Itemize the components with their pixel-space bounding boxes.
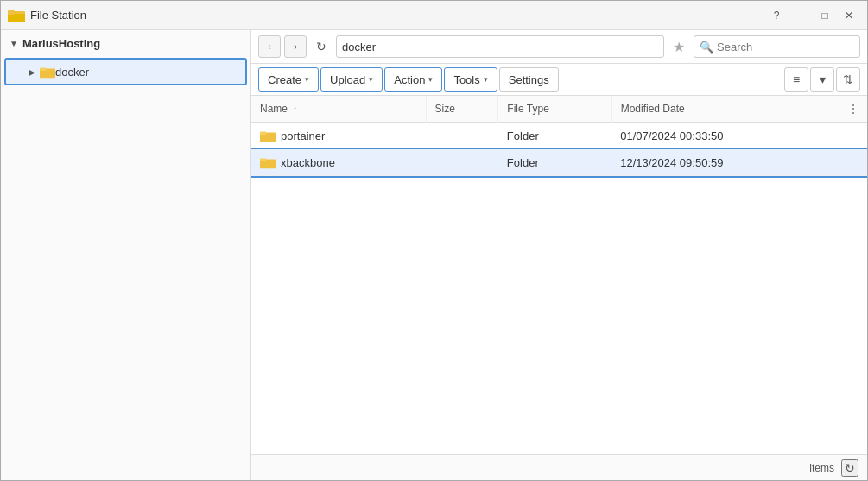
window-title: File Station	[30, 9, 765, 22]
upload-button[interactable]: Upload ▾	[320, 67, 383, 92]
titlebar: File Station ? — □ ✕	[1, 1, 867, 30]
back-icon: ‹	[268, 41, 271, 53]
docker-arrow: ▶	[29, 67, 35, 77]
create-button[interactable]: Create ▾	[258, 67, 319, 92]
svg-rect-6	[260, 132, 266, 136]
file-type: Folder	[498, 149, 611, 176]
table-row[interactable]: portainer Folder01/07/2024 00:33:50	[251, 123, 867, 149]
file-name-cell: xbackbone	[251, 149, 426, 176]
sidebar: ▼ MariusHosting ▶ docker	[1, 30, 251, 480]
file-type: Folder	[498, 123, 611, 149]
action-button[interactable]: Action ▾	[384, 67, 442, 92]
col-name[interactable]: Name ↑	[251, 96, 426, 123]
create-arrow: ▾	[305, 75, 309, 84]
action-toolbar: Create ▾ Upload ▾ Action ▾ Tools ▾ Setti…	[251, 64, 867, 96]
help-button[interactable]: ?	[765, 6, 788, 25]
file-name: portainer	[281, 130, 325, 142]
file-name: xbackbone	[281, 156, 335, 169]
file-name-cell: portainer	[251, 123, 426, 149]
svg-rect-8	[260, 159, 266, 162]
settings-button[interactable]: Settings	[499, 67, 559, 92]
file-row-more	[839, 149, 868, 176]
refresh-button[interactable]: ↻	[310, 35, 333, 58]
minimize-button[interactable]: —	[789, 6, 812, 25]
refresh-icon: ↻	[316, 40, 326, 54]
file-modified-date: 12/13/2024 09:50:59	[611, 149, 839, 176]
col-size[interactable]: Size	[426, 96, 498, 123]
root-arrow: ▼	[10, 39, 18, 48]
sidebar-item-docker[interactable]: ▶ docker	[4, 58, 247, 85]
col-modified-date[interactable]: Modified Date	[611, 96, 839, 123]
file-table-wrapper: Name ↑ Size File Type Modified Date	[251, 96, 867, 454]
file-table: Name ↑ Size File Type Modified Date	[251, 96, 867, 176]
items-count-label: items	[809, 462, 834, 474]
app-icon	[8, 7, 25, 24]
tools-label: Tools	[453, 73, 479, 86]
view-buttons: ≡ ▾ ⇅	[784, 67, 860, 92]
maximize-button[interactable]: □	[814, 6, 836, 25]
window-controls: ? — □ ✕	[765, 6, 860, 25]
table-header-row: Name ↑ Size File Type Modified Date	[251, 96, 867, 123]
file-rows: portainer Folder01/07/2024 00:33:50 xbac…	[251, 123, 867, 176]
main-layout: ▼ MariusHosting ▶ docker ‹ ›	[1, 30, 867, 480]
sidebar-root-header[interactable]: ▼ MariusHosting	[1, 30, 250, 57]
col-file-type[interactable]: File Type	[498, 96, 611, 123]
file-modified-date: 01/07/2024 00:33:50	[611, 123, 839, 149]
path-input[interactable]	[336, 35, 664, 58]
tools-button[interactable]: Tools ▾	[444, 67, 497, 92]
svg-rect-4	[40, 68, 46, 72]
col-more: ⋮	[839, 96, 868, 123]
file-row-more	[839, 123, 868, 149]
statusbar-refresh-button[interactable]: ↻	[841, 459, 858, 477]
sidebar-item-docker-label: docker	[55, 66, 89, 79]
sort-button[interactable]: ⇅	[836, 67, 860, 92]
create-label: Create	[268, 73, 301, 86]
forward-button[interactable]: ›	[284, 35, 307, 58]
list-view-button[interactable]: ≡	[784, 67, 808, 92]
search-box: 🔍	[694, 35, 860, 58]
sort-icon: ⇅	[843, 73, 853, 86]
path-toolbar: ‹ › ↻ ★ 🔍	[251, 30, 867, 64]
folder-icon	[260, 155, 276, 169]
file-station-window: File Station ? — □ ✕ ▼ MariusHosting ▶ d…	[0, 0, 868, 481]
table-row[interactable]: xbackbone Folder12/13/2024 09:50:59	[251, 149, 867, 176]
statusbar-refresh-icon: ↻	[845, 461, 855, 475]
close-button[interactable]: ✕	[838, 6, 860, 25]
settings-label: Settings	[509, 73, 549, 86]
action-label: Action	[394, 73, 425, 86]
name-sort-arrow: ↑	[293, 104, 297, 114]
search-icon: 🔍	[700, 41, 713, 54]
sidebar-root-label: MariusHosting	[22, 37, 100, 50]
content-area: ‹ › ↻ ★ 🔍 Create	[251, 30, 867, 480]
action-arrow: ▾	[428, 75, 433, 84]
back-button[interactable]: ‹	[258, 35, 281, 58]
forward-icon: ›	[294, 41, 297, 53]
file-size	[426, 123, 498, 149]
bookmark-button[interactable]: ★	[668, 35, 690, 58]
upload-arrow: ▾	[369, 75, 373, 84]
svg-rect-2	[8, 10, 15, 15]
view-dropdown-icon: ▾	[820, 73, 826, 86]
file-size	[426, 149, 498, 176]
statusbar: items ↻	[251, 454, 867, 480]
svg-rect-1	[8, 14, 25, 22]
folder-icon	[260, 129, 276, 142]
view-dropdown-button[interactable]: ▾	[810, 67, 834, 92]
search-input[interactable]	[717, 41, 846, 54]
docker-folder-icon	[40, 65, 55, 79]
tools-arrow: ▾	[484, 75, 488, 84]
star-icon: ★	[673, 39, 685, 55]
upload-label: Upload	[330, 73, 365, 86]
list-view-icon: ≡	[793, 73, 800, 86]
